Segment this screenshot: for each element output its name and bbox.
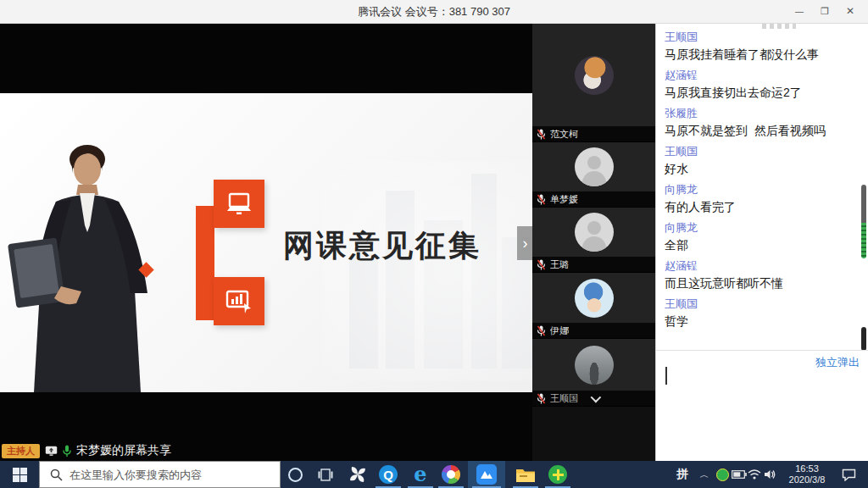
taskbar-search[interactable] (39, 461, 281, 488)
chat-scrollbar-thumb[interactable] (861, 185, 866, 223)
chat-scrollbar-activity (861, 223, 866, 258)
mic-muted-icon (537, 325, 546, 336)
chat-sender: 向腾龙 (665, 181, 856, 198)
notification-icon (842, 469, 856, 481)
volume-status[interactable] (760, 461, 780, 488)
task-view-icon (318, 469, 333, 481)
participant-name: 王璐 (550, 258, 569, 271)
laptop-tile (214, 180, 264, 228)
chat-text: 好水 (665, 160, 856, 178)
speaker-icon (764, 469, 776, 480)
mic-muted-icon (537, 129, 546, 140)
chat-text: 而且这玩意听都听不懂 (665, 274, 856, 292)
chat-message: 张履胜 马原不就是签到 然后看视频吗 (665, 105, 856, 140)
chevron-up-icon: ︿ (700, 469, 709, 481)
participant-video-list: 范文柯 单梦媛 (532, 24, 655, 461)
clock[interactable]: 16:53 2020/3/8 (782, 461, 832, 488)
chat-text: 全部 (665, 236, 856, 254)
chat-sender: 张履胜 (665, 105, 856, 122)
avatar (575, 279, 614, 318)
collapse-video-list-button[interactable] (580, 391, 609, 405)
chat-message: 向腾龙 全部 (665, 219, 856, 254)
ime-indicator[interactable]: 拼 (671, 461, 693, 488)
screen-share-status: 宋梦媛的屏幕共享 (76, 443, 171, 458)
action-center-button[interactable] (834, 461, 863, 488)
participant-tile[interactable]: 王璐 (532, 208, 655, 273)
mic-active-icon (63, 445, 71, 458)
folder-icon (515, 467, 536, 483)
tencent-meeting-icon (476, 464, 497, 485)
cortana-button[interactable] (278, 461, 312, 488)
chat-sender: 向腾龙 (665, 219, 856, 236)
chat-panel: 王顺国 马原我挂着睡着了都没什么事 赵涵锃 马原我直接切出去命运2了 张履胜 马… (655, 24, 868, 461)
text-cursor (665, 367, 667, 385)
chat-sender: 赵涵锃 (665, 258, 856, 274)
participant-name: 伊娜 (550, 324, 569, 337)
avatar (575, 213, 614, 252)
chat-text: 马原我挂着睡着了都没什么事 (665, 46, 856, 64)
host-badge: 主持人 (2, 444, 40, 458)
task-view-button[interactable] (309, 461, 342, 488)
green-plus-icon (548, 465, 567, 484)
chat-sender: 王顺国 (665, 143, 856, 160)
chat-message: 赵涵锃 而且这玩意听都听不懂 (665, 258, 856, 292)
green-tray-icon (716, 469, 729, 481)
participant-name: 单梦媛 (550, 193, 578, 206)
participant-name: 范文柯 (550, 128, 578, 141)
window-controls (787, 0, 863, 24)
chat-message: 王顺国 哲学 (665, 296, 856, 330)
presentation-slide: 网课意见征集 (0, 93, 532, 392)
chat-message: 赵涵锃 马原我直接切出去命运2了 (665, 67, 856, 102)
slide-background-fade (322, 161, 532, 381)
share-status-row: 主持人 宋梦媛的屏幕共享 (2, 442, 171, 459)
avatar (575, 346, 614, 385)
search-input[interactable] (70, 469, 280, 481)
file-explorer-button[interactable] (509, 461, 542, 488)
slide-title: 网课意见征集 (283, 225, 481, 267)
mic-muted-icon (537, 393, 546, 404)
chat-message: 向腾龙 有的人看完了 (665, 181, 856, 216)
chat-text: 马原我直接切出去命运2了 (665, 84, 856, 102)
panel-toggle-button[interactable] (517, 226, 533, 260)
start-button[interactable] (0, 461, 39, 488)
time: 16:53 (789, 463, 826, 474)
app-tencent-meeting[interactable] (468, 461, 505, 488)
chat-scrollbar-thumb-lower[interactable] (861, 327, 866, 351)
participant-tile[interactable]: 伊娜 (532, 273, 655, 339)
cortana-icon (288, 468, 303, 482)
chat-text: 马原不就是签到 然后看视频吗 (665, 122, 856, 140)
chat-sender: 赵涵锃 (665, 67, 856, 84)
maximize-button[interactable] (812, 0, 837, 24)
laptop-icon (225, 192, 253, 216)
chat-message-list[interactable]: 王顺国 马原我挂着睡着了都没什么事 赵涵锃 马原我直接切出去命运2了 张履胜 马… (665, 29, 856, 334)
pinned-app-browser-wheel[interactable] (434, 461, 468, 488)
presentation-chart-icon (225, 290, 253, 313)
popout-chat-link[interactable]: 独立弹出 (815, 355, 860, 370)
pinned-app-qq-browser[interactable]: Q (371, 461, 405, 488)
window-title: 腾讯会议 会议号：381 790 307 (0, 0, 868, 24)
screen-share-icon (45, 446, 58, 456)
participant-tile[interactable]: 王顺国 (532, 339, 655, 407)
qq-browser-icon: Q (379, 465, 398, 484)
participant-name: 王顺国 (550, 392, 578, 405)
minimize-button[interactable] (787, 0, 812, 24)
close-button[interactable] (837, 0, 863, 24)
chat-text: 哲学 (665, 313, 856, 330)
pinned-app-edge[interactable]: e (403, 461, 437, 488)
search-icon (50, 469, 63, 481)
mic-muted-icon (537, 194, 546, 205)
participant-tile[interactable]: 范文柯 (532, 24, 655, 142)
windows-logo-icon (13, 468, 27, 482)
show-hidden-icons-button[interactable]: ︿ (695, 461, 714, 488)
pinned-app-antivirus[interactable] (541, 461, 575, 488)
participant-tile[interactable]: 单梦媛 (532, 142, 655, 208)
chat-text: 有的人看完了 (665, 198, 856, 216)
chat-sender: 王顺国 (665, 296, 856, 313)
edge-icon: e (414, 465, 426, 484)
pinned-app-pinwheel[interactable] (341, 461, 375, 488)
presenter-photo (5, 141, 161, 392)
chart-tile (214, 277, 264, 325)
mic-muted-icon (537, 259, 546, 270)
chat-input-area[interactable]: 独立弹出 (656, 350, 868, 461)
shared-screen-area: 网课意见征集 主持人 宋梦媛的屏幕共享 (0, 24, 532, 461)
